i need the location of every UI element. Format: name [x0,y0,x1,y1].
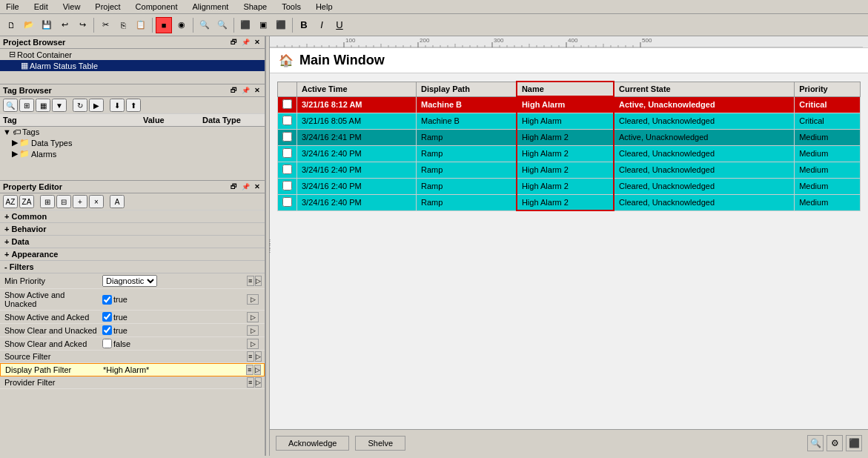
tag-export-btn[interactable]: ⬆ [126,99,141,112]
open-btn[interactable]: 📂 [21,17,37,33]
project-browser-restore[interactable]: 🗗 [229,39,239,46]
tag-refresh-btn[interactable]: ↻ [73,99,87,112]
alarm-row-4[interactable]: 3/24/16 2:40 PMRampHigh Alarm 2Cleared, … [278,162,861,178]
popup-icon-btn[interactable]: ⬛ [846,435,862,451]
prop-pin[interactable]: 📌 [240,183,251,190]
alarm-checkbox-4[interactable] [282,165,292,174]
alarm-checkbox-0[interactable] [282,99,292,109]
tag-expand-btn[interactable]: ⊞ [19,99,34,112]
prop-add[interactable]: + [73,195,87,208]
settings-icon-btn[interactable]: ⚙ [826,435,843,451]
section-behavior[interactable]: + Behavior [0,223,265,236]
alarm-checkbox-3[interactable] [282,148,292,158]
tag-browser-close[interactable]: ✕ [253,87,262,94]
vertical-splitter[interactable]: ⋮⋮⋮ [265,36,270,456]
filter-dropdown-0[interactable]: Diagnostic [102,275,157,287]
align-right-btn[interactable]: ⬛ [273,17,289,33]
tag-tree-datatypes[interactable]: ▶ 📁 Data Types [0,137,265,148]
zoom-in-btn[interactable]: 🔍 [196,17,213,33]
search-icon-btn[interactable]: 🔍 [807,435,824,451]
prop-collapse-all[interactable]: ⊟ [56,195,71,208]
alarm-row-3[interactable]: 3/24/16 2:40 PMRampHigh Alarm 2Cleared, … [278,145,861,162]
tag-browser-pin[interactable]: 📌 [240,87,251,94]
alarm-row-2[interactable]: 3/24/16 2:41 PMRampHigh Alarm 2Active, U… [278,129,861,145]
zoom-out-btn[interactable]: 🔍 [214,17,231,33]
tag-browser-restore[interactable]: 🗗 [229,87,239,94]
filter-action-btn-1[interactable]: ▷ [247,294,259,305]
filter-action-btn-0[interactable]: ▷ [255,276,262,286]
underline-btn[interactable]: U [331,17,348,33]
alarm-row-1[interactable]: 3/21/16 8:05 AMMachine BHigh AlarmCleare… [278,113,861,129]
alarm-checkbox-2[interactable] [282,132,292,142]
menu-project[interactable]: Project [92,1,123,12]
paste-btn[interactable]: 📋 [133,17,149,33]
align-center-btn[interactable]: ▣ [255,17,271,33]
acknowledge-button[interactable]: Acknowledge [276,436,349,451]
prop-za-sort[interactable]: ZA [19,195,34,208]
alarm-row-6[interactable]: 3/24/16 2:40 PMRampHigh Alarm 2Cleared, … [278,194,861,210]
menu-view[interactable]: View [60,1,84,12]
filter-checkbox-3[interactable] [102,325,112,335]
menu-file[interactable]: File [3,1,22,12]
filter-action-btn-5[interactable]: ▷ [255,351,262,362]
select-btn[interactable]: ■ [156,17,172,33]
tree-alarm-status[interactable]: ▦ Alarm Status Table [0,60,265,71]
alarm-checkbox-1[interactable] [282,116,292,125]
section-data[interactable]: + Data [0,236,265,248]
menu-edit[interactable]: Edit [31,1,51,12]
bold-btn[interactable]: B [296,17,312,33]
new-btn[interactable]: 🗋 [3,17,19,33]
prop-delete[interactable]: × [89,195,104,208]
project-browser-close[interactable]: ✕ [253,39,262,46]
tag-search-btn[interactable]: 🔍 [3,99,18,112]
filter-action-btn-7[interactable]: ▷ [255,377,262,388]
prop-expand-all[interactable]: ⊞ [40,195,55,208]
italic-btn[interactable]: I [314,17,330,33]
menu-help[interactable]: Help [313,1,336,12]
undo-btn[interactable]: ↩ [56,17,73,33]
tag-dropdown-btn[interactable]: ▼ [52,99,67,112]
redo-btn[interactable]: ↪ [74,17,90,33]
filter-edit-btn-5[interactable]: ≡ [247,351,254,362]
prop-az-sort[interactable]: AZ [3,195,18,208]
prop-close[interactable]: ✕ [253,183,262,190]
alarm-row-5[interactable]: 3/24/16 2:40 PMRampHigh Alarm 2Cleared, … [278,178,861,194]
project-browser-pin[interactable]: 📌 [240,39,251,46]
section-filters[interactable]: - Filters [0,261,265,273]
save-btn[interactable]: 💾 [39,17,55,33]
menu-alignment[interactable]: Alignment [189,1,231,12]
tag-add-btn[interactable]: ▶ [89,99,104,112]
filter-action-btn-6[interactable]: ▷ [254,365,262,375]
filter-action-btn-4[interactable]: ▷ [247,339,259,349]
filter-edit-btn-6[interactable]: ≡ [246,365,254,375]
filter-checkbox-1[interactable] [102,295,112,305]
tag-table-btn[interactable]: ▦ [36,99,50,112]
filter-action-btn-2[interactable]: ▷ [247,312,259,322]
menu-component[interactable]: Component [133,1,181,12]
section-appearance[interactable]: + Appearance [0,248,265,261]
filter-edit-btn-7[interactable]: ≡ [247,377,254,388]
alarm-row-0[interactable]: 3/21/16 8:12 AMMachine BHigh AlarmActive… [278,96,861,113]
mode-btn[interactable]: ◉ [173,17,190,33]
copy-btn[interactable]: ⎘ [115,17,131,33]
align-left-btn[interactable]: ⬛ [237,17,254,33]
tag-tree-tags[interactable]: ▼ 🏷 Tags [0,127,265,137]
tag-tree-alarms[interactable]: ▶ 📁 Alarms [0,148,265,159]
alarm-time-4: 3/24/16 2:40 PM [297,162,417,178]
alarm-checkbox-6[interactable] [282,197,292,207]
prop-text[interactable]: A [110,195,125,208]
filter-edit-btn-0[interactable]: ≡ [247,276,254,286]
filter-checkbox-2[interactable] [102,312,112,322]
section-common[interactable]: + Common [0,210,265,223]
filter-row-7: Provider Filter≡▷ [0,376,265,389]
filter-checkbox-4[interactable] [102,339,112,348]
cut-btn[interactable]: ✂ [97,17,113,33]
filter-action-btn-3[interactable]: ▷ [247,325,259,336]
menu-shape[interactable]: Shape [240,1,270,12]
prop-restore[interactable]: 🗗 [229,183,239,190]
menu-tools[interactable]: Tools [279,1,304,12]
tag-import-btn[interactable]: ⬇ [110,99,125,112]
alarm-checkbox-5[interactable] [282,181,292,190]
shelve-button[interactable]: Shelve [355,436,405,451]
tree-root-container[interactable]: ⊟ Root Container [0,49,265,60]
